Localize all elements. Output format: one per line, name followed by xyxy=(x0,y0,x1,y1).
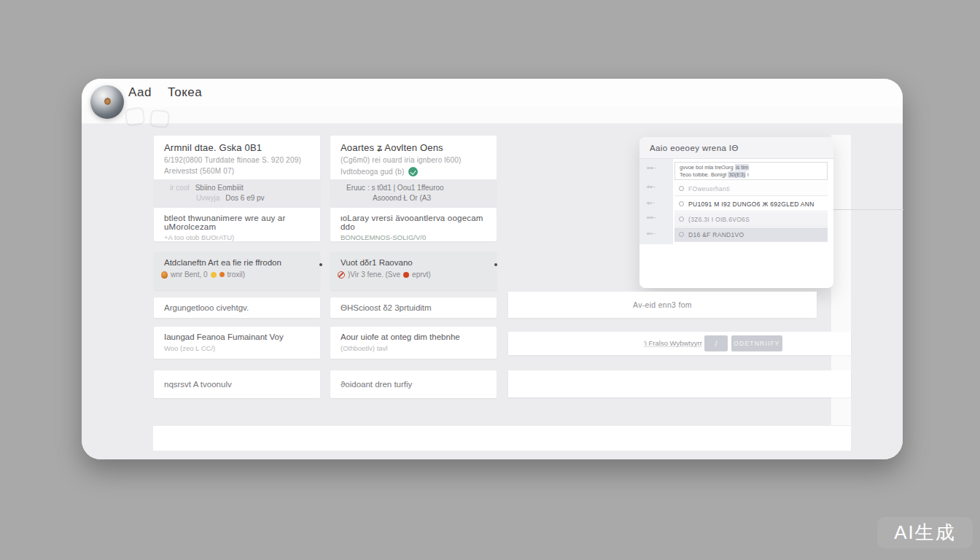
action-note: 'i Fralso Wybwtyyrr xyxy=(644,339,702,347)
card-status-text: troxil) xyxy=(228,271,245,279)
option-label: PU1091 M I92 DUNGO6 Ж 692GLED ANN xyxy=(688,201,814,208)
option-row[interactable]: PU1091 M I92 DUNGO6 Ж 692GLED ANN xyxy=(674,197,828,211)
radio-icon xyxy=(679,232,684,237)
token-card[interactable]: Aoartes ʑ Aovlten Oens (Cg6m0) rei ouard… xyxy=(330,136,497,208)
window-sub-bar xyxy=(82,107,903,124)
confirm-button[interactable]: ODETNRIIFY xyxy=(731,335,782,351)
option-row-selected[interactable]: D16 &F RAND1VO xyxy=(674,228,828,242)
preview-text: Teoo toibbe. Bonigt xyxy=(680,171,726,178)
card-title: ΘHScioost δ2 3prtuiditm xyxy=(341,303,432,312)
empty-state-row[interactable]: Av-eid enn3 fom xyxy=(508,292,817,318)
token-card[interactable]: Argungetlooo civehtgv. xyxy=(154,298,320,318)
divider-line xyxy=(830,209,903,210)
preview-text-highlight: 30(E3) xyxy=(728,171,746,178)
token-card[interactable]: btleot thwunanimere wre auy ar uMorolcez… xyxy=(154,208,320,241)
token-card[interactable]: ΘHScioost δ2 3prtuiditm xyxy=(330,298,497,318)
token-card[interactable]: Armnil dtae. Gska 0B1 6/192(0800 Turddat… xyxy=(154,136,320,208)
bullet-dot-icon xyxy=(494,263,497,266)
page-title: AadToкeа xyxy=(128,85,202,100)
ai-generated-watermark-text: AI生成 xyxy=(894,520,956,545)
card-status-text: )Vir 3 fene. (Sve xyxy=(348,271,400,279)
app-avatar[interactable] xyxy=(90,85,124,119)
card-title: Aour uiofe at onteg dim thebnhe xyxy=(330,327,497,341)
token-card[interactable]: Iaungad Feanoa Fumainant Voy Woo (zeo L … xyxy=(154,327,320,359)
option-row[interactable]: (3Z6.3I I OIB.6VO6S xyxy=(674,212,828,227)
detail-value: Dos 6 e9 pv xyxy=(225,194,264,202)
yellow-dot-icon xyxy=(211,272,217,278)
card-title: Argungetlooo civehtgv. xyxy=(164,303,249,312)
secondary-button[interactable]: / xyxy=(704,335,728,351)
dropdown-panel-header: Aaio eoeoey wrena IΘ xyxy=(639,137,833,159)
red-dot-icon xyxy=(403,272,409,278)
token-card[interactable]: ϑoidoant dren turfiy xyxy=(330,370,497,398)
detail-value: Sbiino Eombiiit xyxy=(195,184,244,192)
token-card[interactable]: ιoLaray vrersi ävooantlerva oogecam ddo … xyxy=(330,208,497,241)
card-subtitle: (Othboetlv) tavl xyxy=(330,341,497,352)
dropdown-panel: Aaio eoeoey wrena IΘ ww– dw– qv– ww– wv–… xyxy=(639,137,833,288)
card-title: Vuot dδr1 Raovano xyxy=(330,252,497,267)
card-detail-section: Eruuc : s t0d1 | Oou1 1ffeuroo Asooond Ł… xyxy=(330,179,497,208)
confirm-button-label: ODETNRIIFY xyxy=(734,340,779,347)
card-detail-section: ir cool Sbiino Eombiiit Uvwyja Dos 6 e9 … xyxy=(154,179,320,208)
action-bar: 'i Fralso Wybwtyyrr / ODETNRIIFY xyxy=(508,332,851,355)
rail-label: ww– xyxy=(647,166,657,170)
orange-dot-icon xyxy=(219,272,225,277)
page-title-word1: Aad xyxy=(128,85,152,99)
card-title: Armnil dtae. Gska 0B1 xyxy=(164,142,311,153)
option-row[interactable]: FOweuerhanti xyxy=(674,182,828,196)
card-subtitle: +A too otob BUOrATU) xyxy=(154,231,320,241)
token-card-highlighted[interactable]: Atdclaneftn Art ea fie rie ffrodon wnr B… xyxy=(154,252,320,290)
card-status-text: eprvt) xyxy=(412,271,431,279)
radio-icon xyxy=(679,201,684,206)
empty-card xyxy=(508,370,851,397)
rail-label: wv– xyxy=(647,231,656,236)
detail-label: Uvwyja xyxy=(196,194,219,202)
ai-generated-watermark-badge: AI生成 xyxy=(877,517,973,548)
card-subtitle: BONOLEMNOS-SOLIG/V/0 xyxy=(330,231,497,241)
token-card[interactable]: Aour uiofe at onteg dim thebnhe (Othboet… xyxy=(330,327,497,359)
glasses-watermark-icon xyxy=(149,109,170,129)
card-meta: 6/192(0800 Turddate ftinoae S. 920 209) xyxy=(164,156,311,164)
empty-state-label: Av-eid enn3 fom xyxy=(633,300,692,309)
suggestion-preview-row[interactable]: gvvoe bol mla treOorg is tim Teoo toibbe… xyxy=(674,162,828,180)
app-window: AadToкeа Armnil dtae. Gska 0B1 6/192(080… xyxy=(82,79,903,459)
token-card-highlighted[interactable]: Vuot dδr1 Raovano )Vir 3 fene. (Sve eprv… xyxy=(330,252,497,290)
card-meta: Ivdtobeoga gud (b) xyxy=(341,168,405,176)
glasses-watermark-icon xyxy=(124,106,145,126)
card-title: ϑoidoant dren turfiy xyxy=(341,380,412,389)
footer-bar xyxy=(153,426,851,451)
detail-value: Eruuc : s t0d1 | Oou1 1ffeuroo xyxy=(346,184,444,192)
dropdown-rail xyxy=(639,159,673,244)
card-meta: (Cg6m0) rei ouard iria ignbero l600) xyxy=(341,156,488,164)
card-meta: Areivestst (560M 07) xyxy=(164,167,311,175)
card-status-text: wnr Bent, 0 xyxy=(171,271,208,279)
card-title: ιoLaray vrersi ävooantlerva oogecam ddo xyxy=(330,208,497,231)
card-title: nqsrsvt A tvoonulv xyxy=(164,380,232,389)
card-title: btleot thwunanimere wre auy ar uMorolcez… xyxy=(154,208,320,231)
verified-check-icon xyxy=(408,167,418,176)
option-label: (3Z6.3I I OIB.6VO6S xyxy=(688,216,750,223)
rail-label: qv– xyxy=(647,201,655,205)
card-title: Iaungad Feanoa Fumainant Voy xyxy=(154,327,320,341)
detail-value: Asooond Ł Or (A3 xyxy=(373,194,431,202)
card-title: Aoartes ʑ Aovlten Oens xyxy=(341,142,488,153)
page-title-word2: Toкeа xyxy=(168,85,202,99)
rail-label: dw– xyxy=(647,184,656,189)
option-label: D16 &F RAND1VO xyxy=(688,231,744,238)
token-card[interactable]: nqsrsvt A tvoonulv xyxy=(154,370,320,398)
card-subtitle: Woo (zeo L CC/) xyxy=(154,341,320,352)
preview-text: i xyxy=(747,171,749,178)
blocked-icon xyxy=(338,271,345,279)
option-label: FOweuerhanti xyxy=(688,185,730,192)
window-title-bar xyxy=(82,79,903,107)
rail-label: ww– xyxy=(647,215,657,219)
radio-icon xyxy=(679,186,684,191)
preview-text-highlight: is tim xyxy=(735,164,750,171)
detail-label: ir cool xyxy=(170,184,190,192)
secondary-button-label: / xyxy=(715,339,717,348)
bullet-dot-icon xyxy=(319,263,322,266)
flame-icon xyxy=(161,271,168,279)
card-title: Atdclaneftn Art ea fie rie ffrodon xyxy=(154,252,320,267)
preview-text: gvvoe bol mla treOorg xyxy=(680,164,734,171)
avatar-speck-icon xyxy=(104,98,111,105)
